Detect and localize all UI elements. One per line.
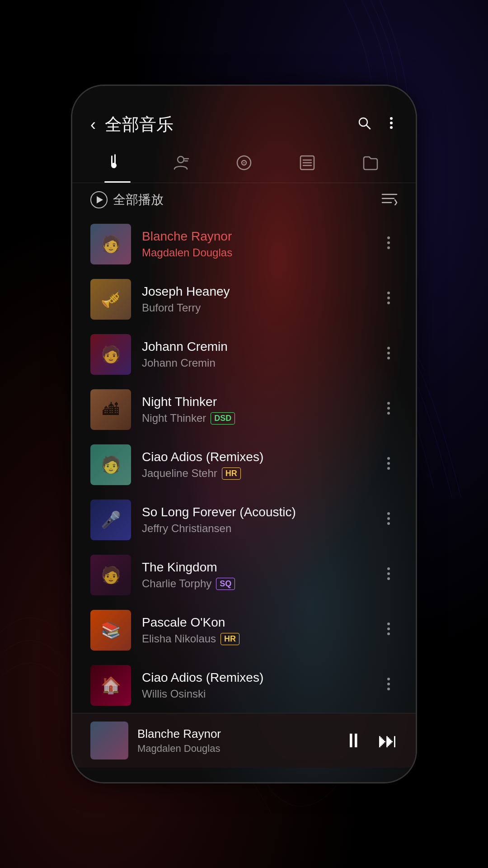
song-thumb: 🧑 xyxy=(90,334,131,375)
song-artist: Johann Cremin xyxy=(142,357,216,369)
song-meta: Jeffry Christiansen xyxy=(142,522,380,535)
svg-point-41 xyxy=(387,623,390,625)
svg-point-34 xyxy=(387,467,390,470)
play-all-label: 全部播放 xyxy=(113,191,164,208)
song-title: So Long Forever (Acoustic) xyxy=(142,505,380,519)
thumb-figure: 🎺 xyxy=(90,279,131,320)
svg-point-20 xyxy=(387,236,390,239)
thumb-figure: 🧑 xyxy=(90,444,131,485)
song-item-4[interactable]: 🏙 Night Thinker Night Thinker DSD xyxy=(72,382,416,437)
toolbar: 全部播放 xyxy=(72,183,416,217)
playlist-tab-icon xyxy=(299,154,316,175)
song-info: The Kingdom Charlie Torphy SQ xyxy=(142,560,380,590)
now-playing-controls: ⏸ ⏭ xyxy=(343,729,398,752)
song-artist: Jaqueline Stehr xyxy=(142,467,217,480)
svg-point-45 xyxy=(387,683,390,685)
song-thumb: 🎺 xyxy=(90,279,131,320)
pause-button[interactable]: ⏸ xyxy=(343,729,363,752)
song-more-button[interactable] xyxy=(380,672,398,699)
song-more-button[interactable] xyxy=(380,451,398,479)
song-info: Ciao Adios (Remixes) Jaqueline Stehr HR xyxy=(142,450,380,480)
svg-point-40 xyxy=(387,577,390,580)
tab-album[interactable] xyxy=(226,150,262,183)
song-more-button[interactable] xyxy=(380,286,398,313)
svg-point-38 xyxy=(387,567,390,570)
song-item-9[interactable]: 🏠 Ciao Adios (Remixes) Willis Osinski xyxy=(72,658,416,713)
back-button[interactable]: ‹ xyxy=(90,115,96,134)
svg-point-29 xyxy=(387,402,390,405)
song-meta: Night Thinker DSD xyxy=(142,412,380,425)
svg-point-24 xyxy=(387,297,390,299)
svg-point-31 xyxy=(387,412,390,415)
svg-point-44 xyxy=(387,678,390,680)
song-info: Pascale O'Kon Elisha Nikolaus HR xyxy=(142,615,380,645)
svg-point-4 xyxy=(390,126,393,129)
song-more-button[interactable] xyxy=(380,506,398,534)
song-item-1[interactable]: 🧑 Blanche Raynor Magdalen Douglas xyxy=(72,217,416,272)
music-tab-icon xyxy=(109,154,126,175)
song-more-button[interactable] xyxy=(380,231,398,258)
phone-frame: ‹ 全部音乐 xyxy=(72,86,416,782)
song-more-button[interactable] xyxy=(380,396,398,424)
thumb-figure: 🧑 xyxy=(90,555,131,595)
song-artist: Jeffry Christiansen xyxy=(142,522,231,535)
song-thumb: 🧑 xyxy=(90,555,131,595)
search-icon[interactable] xyxy=(357,116,371,134)
song-more-button[interactable] xyxy=(380,617,398,644)
header: ‹ 全部音乐 xyxy=(72,86,416,145)
svg-point-26 xyxy=(387,347,390,349)
tab-music[interactable] xyxy=(100,150,135,183)
now-playing-bar[interactable]: Blanche Raynor Magdalen Douglas ⏸ ⏭ xyxy=(72,713,416,768)
song-thumb: 🎤 xyxy=(90,500,131,540)
song-title: Pascale O'Kon xyxy=(142,615,380,630)
badge-dsd: DSD xyxy=(211,412,235,425)
song-info: Joseph Heaney Buford Terry xyxy=(142,284,380,314)
thumb-figure: 🧑 xyxy=(90,334,131,375)
tab-folder[interactable] xyxy=(353,150,388,183)
song-title: Johann Cremin xyxy=(142,340,380,354)
song-artist: Buford Terry xyxy=(142,302,201,314)
song-item-6[interactable]: 🎤 So Long Forever (Acoustic) Jeffry Chri… xyxy=(72,492,416,547)
song-item-8[interactable]: 📚 Pascale O'Kon Elisha Nikolaus HR xyxy=(72,603,416,658)
next-button[interactable]: ⏭ xyxy=(378,729,398,752)
song-title: Night Thinker xyxy=(142,395,380,409)
song-thumb: 🏠 xyxy=(90,665,131,706)
song-item-5[interactable]: 🧑 Ciao Adios (Remixes) Jaqueline Stehr H… xyxy=(72,437,416,492)
svg-point-39 xyxy=(387,572,390,575)
svg-point-42 xyxy=(387,627,390,630)
sort-button[interactable] xyxy=(381,192,398,208)
svg-point-27 xyxy=(387,352,390,354)
tab-artist[interactable] xyxy=(163,150,198,183)
svg-point-2 xyxy=(390,117,393,120)
song-artist: Willis Osinski xyxy=(142,688,206,700)
svg-point-30 xyxy=(387,407,390,410)
song-item-2[interactable]: 🎺 Joseph Heaney Buford Terry xyxy=(72,272,416,327)
song-more-button[interactable] xyxy=(380,341,398,368)
svg-rect-6 xyxy=(114,154,116,164)
svg-point-25 xyxy=(387,302,390,304)
play-all-button[interactable]: 全部播放 xyxy=(90,191,164,208)
song-thumb: 🧑 xyxy=(90,224,131,264)
song-title: Ciao Adios (Remixes) xyxy=(142,450,380,464)
song-item-7[interactable]: 🧑 The Kingdom Charlie Torphy SQ xyxy=(72,547,416,603)
thumb-figure: 🏠 xyxy=(90,665,131,706)
song-item-3[interactable]: 🧑 Johann Cremin Johann Cremin xyxy=(72,327,416,382)
svg-point-21 xyxy=(387,241,390,244)
song-meta: Magdalen Douglas xyxy=(142,246,380,259)
tab-playlist[interactable] xyxy=(290,150,325,183)
artist-tab-icon xyxy=(172,154,189,175)
song-title: The Kingdom xyxy=(142,560,380,575)
song-more-button[interactable] xyxy=(380,561,398,589)
page-title: 全部音乐 xyxy=(105,113,357,136)
svg-point-3 xyxy=(390,122,393,124)
badge-sq: SQ xyxy=(216,578,235,590)
song-info: Night Thinker Night Thinker DSD xyxy=(142,395,380,425)
more-icon[interactable] xyxy=(385,116,398,134)
song-meta: Elisha Nikolaus HR xyxy=(142,632,380,645)
song-meta: Willis Osinski xyxy=(142,688,380,700)
song-info: Blanche Raynor Magdalen Douglas xyxy=(142,229,380,259)
thumb-figure: 🏙 xyxy=(90,389,131,430)
song-artist: Charlie Torphy xyxy=(142,577,211,590)
badge-hr: HR xyxy=(222,467,241,480)
song-artist: Elisha Nikolaus xyxy=(142,632,216,645)
